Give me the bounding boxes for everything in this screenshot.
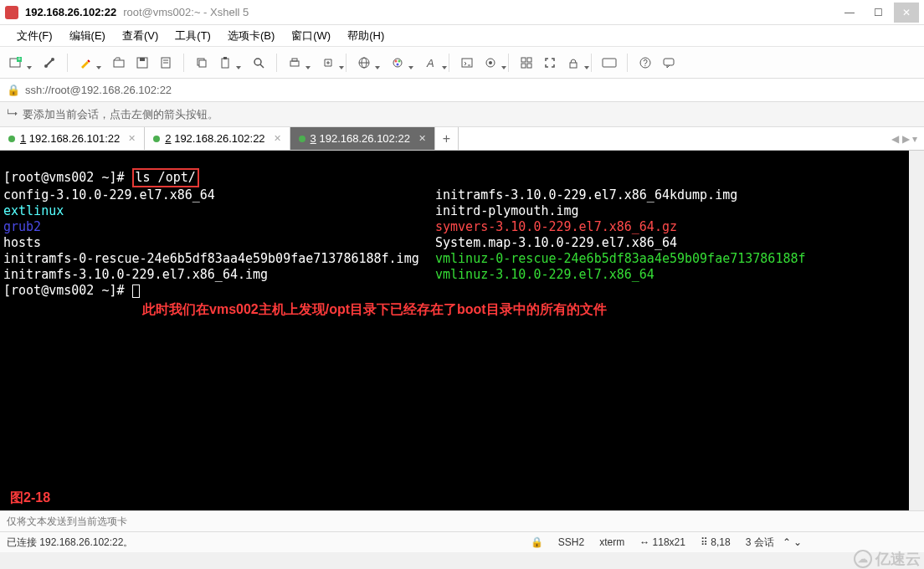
cursor-icon (132, 284, 140, 298)
svg-point-25 (397, 63, 399, 65)
svg-text:?: ? (643, 59, 648, 68)
window-title-sub: root@vms002:~ - Xshell 5 (123, 6, 249, 18)
addressbar[interactable]: 🔒 ssh://root@192.168.26.102:22 (0, 79, 924, 102)
highlight-button[interactable] (74, 52, 96, 74)
minimize-button[interactable]: — (837, 3, 862, 23)
tab-scroll[interactable]: ◀ ▶ ▾ (885, 127, 924, 150)
annotation-text: 此时我们在vms002主机上发现/opt目录下已经存在了boot目录中的所有的文… (142, 301, 607, 317)
open-button[interactable] (108, 52, 130, 74)
menu-window[interactable]: 窗口(W) (283, 27, 339, 45)
menu-tabs[interactable]: 选项卡(B) (219, 27, 283, 45)
reconnect-button[interactable] (38, 52, 60, 74)
terminal-output: config-3.10.0-229.el7.x86_64 (3, 187, 215, 202)
cloud-icon: ☁ (854, 550, 872, 568)
send-input[interactable] (7, 515, 917, 527)
svg-rect-14 (223, 57, 227, 59)
status-sessions: 3 会话 ⌃ ⌄ (746, 536, 802, 550)
layout-button[interactable] (516, 52, 537, 74)
encoding-button[interactable] (353, 52, 375, 74)
scrollbar[interactable] (909, 151, 924, 510)
menubar: 文件(F) 编辑(E) 查看(V) 工具(T) 选项卡(B) 窗口(W) 帮助(… (0, 25, 924, 47)
toolbar: + A ? (0, 47, 924, 79)
terminal-output: symvers-3.10.0-229.el7.x86_64.gz (435, 219, 677, 235)
svg-rect-12 (199, 60, 206, 67)
transfer-button[interactable] (317, 52, 339, 74)
status-size: ↔ 118x21 (639, 536, 685, 548)
maximize-button[interactable]: ☐ (865, 3, 891, 23)
tab-close-icon[interactable]: ✕ (418, 133, 426, 144)
titlebar: 192.168.26.102:22 root@vms002:~ - Xshell… (0, 0, 924, 25)
close-button[interactable]: ✕ (894, 3, 919, 23)
menu-file[interactable]: 文件(F) (8, 27, 61, 45)
svg-point-4 (51, 58, 54, 61)
terminal-prompt: [root@vms002 ~]# (3, 283, 132, 298)
lock-button[interactable] (562, 52, 584, 74)
fullscreen-button[interactable] (539, 52, 561, 74)
svg-point-3 (44, 64, 48, 68)
terminal-output: initrd-plymouth.img (435, 203, 579, 219)
svg-text:+: + (18, 56, 21, 62)
svg-rect-34 (570, 63, 577, 68)
tab-close-icon[interactable]: ✕ (128, 133, 136, 144)
font-button[interactable]: A (420, 52, 442, 74)
terminal[interactable]: [root@vms002 ~]# ls /opt/ config-3.10.0-… (0, 151, 924, 510)
find-button[interactable] (248, 52, 270, 74)
infobar: ⮡ 要添加当前会话，点击左侧的箭头按钮。 (0, 102, 924, 127)
menu-view[interactable]: 查看(V) (114, 27, 167, 45)
terminal-output: initramfs-0-rescue-24e6b5df83aa4e59b09fa… (3, 251, 419, 266)
script-button[interactable] (456, 52, 478, 74)
tab-bar: 1 192.168.26.101:22 ✕ 2 192.168.26.102:2… (0, 127, 924, 151)
info-arrow-icon[interactable]: ⮡ (7, 108, 18, 120)
print-button[interactable] (284, 52, 305, 74)
info-hint: 要添加当前会话，点击左侧的箭头按钮。 (23, 107, 218, 122)
menu-edit[interactable]: 编辑(E) (61, 27, 114, 45)
svg-rect-27 (462, 59, 472, 67)
menu-help[interactable]: 帮助(H) (339, 27, 393, 45)
menu-tools[interactable]: 工具(T) (167, 27, 219, 45)
tab-close-icon[interactable]: ✕ (274, 133, 281, 144)
svg-text:A: A (426, 57, 434, 69)
properties-button[interactable] (155, 52, 177, 74)
watermark: ☁ 亿速云 (854, 549, 921, 569)
session-tab-3[interactable]: 3 192.168.26.102:22 ✕ (290, 127, 435, 150)
svg-point-29 (489, 61, 492, 64)
session-tab-1[interactable]: 1 192.168.26.101:22 ✕ (0, 127, 145, 150)
chat-button[interactable] (658, 52, 680, 74)
svg-rect-7 (140, 58, 145, 61)
window-title-main: 192.168.26.102:22 (25, 6, 116, 18)
add-tab-button[interactable]: + (435, 127, 459, 150)
status-dot-icon (299, 136, 305, 142)
copy-button[interactable] (191, 52, 213, 74)
paste-button[interactable] (214, 52, 236, 74)
help-button[interactable]: ? (634, 52, 656, 74)
terminal-output: System.map-3.10.0-229.el7.x86_64 (435, 235, 677, 251)
lock-icon: 🔒 (7, 84, 20, 96)
status-connection: 已连接 192.168.26.102:22。 (7, 536, 133, 550)
send-input-bar (0, 510, 924, 532)
statusbar: 已连接 192.168.26.102:22。 🔒 SSH2 xterm ↔ 11… (0, 532, 924, 552)
svg-rect-31 (527, 58, 531, 62)
svg-line-16 (260, 64, 264, 68)
new-session-button[interactable]: + (5, 52, 27, 74)
svg-rect-35 (603, 59, 616, 67)
address-url: ssh://root@192.168.26.102:22 (25, 84, 172, 96)
status-cursor: ⠿ 8,18 (701, 536, 731, 548)
window-controls: — ☐ ✕ (834, 3, 919, 23)
keyboard-button[interactable] (598, 52, 620, 74)
status-term: xterm (599, 536, 624, 548)
svg-rect-17 (290, 61, 299, 66)
svg-rect-5 (114, 60, 124, 67)
terminal-output: initramfs-3.10.0-229.el7.x86_64kdump.img (435, 187, 737, 203)
session-tab-2[interactable]: 2 192.168.26.102:22 ✕ (145, 127, 290, 150)
macro-button[interactable] (480, 52, 501, 74)
figure-label: 图2-18 (10, 490, 50, 505)
color-button[interactable] (387, 52, 408, 74)
terminal-command-highlight: ls /opt/ (132, 168, 199, 187)
status-dot-icon (8, 136, 15, 142)
svg-point-15 (254, 59, 261, 65)
svg-rect-30 (521, 58, 526, 62)
save-button[interactable] (131, 52, 153, 74)
svg-point-24 (398, 59, 401, 62)
svg-rect-18 (292, 59, 297, 61)
status-ssh: SSH2 (558, 536, 584, 548)
